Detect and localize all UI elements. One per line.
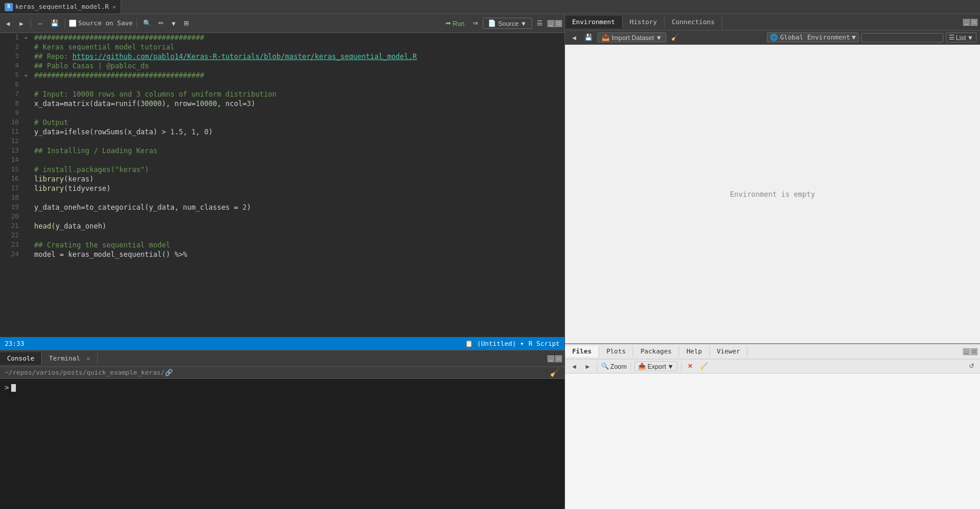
console-win-controls: _ □ [547,355,564,362]
code-line-16: 16 library(keras) [0,174,564,184]
minimize-env-btn[interactable]: _ [963,19,970,26]
env-toolbar: ◄ 💾 📥 Import Dataset ▼ 🧹 🌐 Global Enviro… [565,31,980,45]
files-right-spacer: ↺ [966,361,976,371]
console-cursor [11,384,16,392]
files-sep2 [630,362,631,371]
editor-status-bar: 23:33 📋 (Untitled) ▾ R Script [0,337,564,350]
maximize-console-btn[interactable]: □ [555,355,562,362]
plots-forward-btn[interactable]: ► [582,362,593,371]
code-line-19: 19 y_data_oneh=to_categorical(y_data, nu… [0,203,564,212]
import-icon: 📥 [602,34,610,41]
go-to-line-btn[interactable]: ↔ [35,19,46,28]
console-path-bar: ~/repos/varios/posts/quick_example_keras… [0,367,564,379]
tab-viewer[interactable]: Viewer [710,346,748,357]
code-line-3: 3 ## Repo: https://github.com/pablo14/Ke… [0,52,564,61]
env-clear-btn[interactable]: 🧹 [669,32,682,42]
back-btn[interactable]: ◄ [2,19,14,28]
console-prompt-symbol: > [5,384,9,392]
clear-plots-btn[interactable]: 🧹 [697,361,710,371]
sep3 [137,18,137,29]
export-btn[interactable]: 📤 Export ▼ [634,361,677,371]
source-on-save-checkbox[interactable] [69,19,77,27]
clear-console-btn[interactable]: 🧹 [550,368,560,377]
tab-bar: R keras_sequential_model.R ✕ [0,0,980,14]
tab-plots[interactable]: Plots [599,346,633,357]
env-save-btn[interactable]: 💾 [582,32,595,42]
env-search-input[interactable] [861,33,944,42]
source-on-save-label[interactable]: Source on Save [69,19,133,27]
code-line-21: 21 head(y_data_oneh) [0,222,564,231]
import-dropdown-icon: ▼ [656,34,662,41]
maximize-editor-btn[interactable]: □ [555,20,562,27]
list-icon: ☰ [949,34,955,41]
run-btn[interactable]: ➡ Run [442,18,468,28]
code-editor[interactable]: 1 ◄ ####################################… [0,33,564,337]
zoom-btn[interactable]: 🔍 Zoom [601,362,627,370]
save-btn[interactable]: 💾 [48,18,61,28]
tab-history[interactable]: History [623,16,665,28]
env-toolbar-right: 🌐 Global Environment ▼ ☰ List ▼ [767,32,976,42]
code-line-8: 8 x_data=matrix(data=runif(30000), nrow=… [0,99,564,108]
global-env-dropdown[interactable]: 🌐 Global Environment ▼ [767,32,859,42]
untitled-label: 📋 (Untitled) ▾ [465,340,524,348]
console-pane: Console Terminal ✕ _ □ ~/repos/varios/po… [0,350,564,509]
maximize-files-btn[interactable]: □ [971,348,978,355]
files-panel-tabs: Files Plots Packages Help Viewer [565,344,980,359]
files-sep [597,362,597,371]
env-dropdown-arrow: ▼ [852,34,856,41]
format-btn[interactable]: ▼ [168,19,180,28]
env-win-controls: _ □ [963,19,980,26]
code-line-24: 24 model = keras_model_sequential() %>% [0,250,564,259]
code-line-15: 15 # install.packages("keras") [0,165,564,174]
view-btn[interactable]: ⊞ [181,18,191,28]
tab-terminal[interactable]: Terminal ✕ [42,352,98,365]
editor-toolbar: ◄ ► ↔ 💾 Source on Save 🔍 ✏ ▼ ⊞ ➡ Run [0,14,564,33]
editor-tab[interactable]: R keras_sequential_model.R ✕ [0,0,121,14]
tab-environment[interactable]: Environment [565,16,623,28]
code-line-9: 9 [0,108,564,118]
code-line-5: 5 ◄ ####################################… [0,71,564,80]
source-btn[interactable]: 📄 Source ▼ [483,18,532,29]
refresh-btn[interactable]: ↺ [966,361,976,371]
cursor-position: 23:33 [5,340,24,348]
run-all-btn[interactable]: ⇒ [470,18,480,28]
maximize-env-btn[interactable]: □ [971,19,978,26]
forward-btn[interactable]: ► [16,19,27,28]
plots-back-btn[interactable]: ◄ [569,362,580,371]
options-btn[interactable]: ☰ [534,18,545,28]
search-btn[interactable]: 🔍 [141,18,154,28]
code-line-7: 7 # Input: 10000 rows and 3 columns of u… [0,90,564,99]
console-content[interactable]: > [0,379,564,509]
tab-files[interactable]: Files [565,346,599,357]
tab-connections[interactable]: Connections [665,16,722,28]
export-icon: 📤 [638,362,646,370]
editor-win-controls: _ □ [547,20,562,27]
files-panel: Files Plots Packages Help Viewer [565,344,980,509]
sep2 [65,18,65,29]
tab-console[interactable]: Console [0,352,42,365]
minimize-editor-btn[interactable]: _ [547,20,554,27]
console-working-dir: ~/repos/varios/posts/quick_example_keras… [5,369,165,376]
code-line-23: 23 ## Creating the sequential model [0,240,564,250]
source-icon: 📄 [488,19,496,27]
files-panel-toolbar: ◄ ► 🔍 Zoom 📤 Export ▼ ✕ 🧹 [565,359,980,374]
delete-plot-btn[interactable]: ✕ [685,361,695,371]
tab-close-btn[interactable]: ✕ [112,4,116,10]
code-line-18: 18 [0,193,564,203]
plot-area [565,374,980,509]
minimize-console-btn[interactable]: _ [547,355,554,362]
env-history-back-btn[interactable]: ◄ [569,33,580,42]
list-dropdown-icon: ▼ [967,34,974,41]
tab-packages[interactable]: Packages [633,346,679,357]
edit-btn[interactable]: ✏ [156,18,166,28]
code-line-10: 10 # Output [0,118,564,127]
list-view-btn[interactable]: ☰ List ▼ [946,32,976,42]
env-empty-message: Environment is empty [565,45,980,343]
minimize-files-btn[interactable]: _ [963,348,970,355]
env-panel-tabs: Environment History Connections _ □ [565,14,980,31]
globe-icon: 🌐 [770,34,778,41]
terminal-tab-close[interactable]: ✕ [87,355,90,362]
file-type-label: R Script [529,340,560,348]
tab-help[interactable]: Help [679,346,710,357]
import-dataset-btn[interactable]: 📥 Import Dataset ▼ [597,32,666,42]
